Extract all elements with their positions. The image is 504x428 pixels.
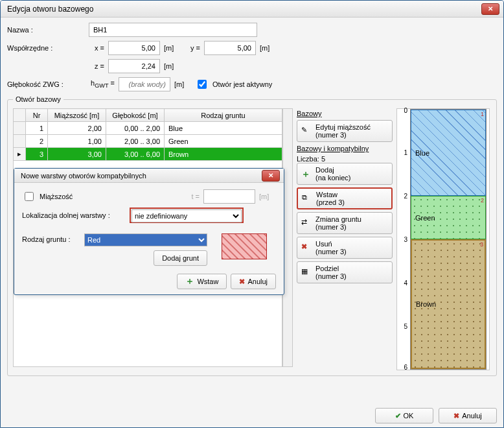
split-icon: ▦ [301,267,312,278]
sub-insert-button[interactable]: ＋Wstaw [177,274,227,289]
active-label: Otwór jest aktywny [212,80,272,88]
soil-swatch [222,233,267,259]
col-depth: Głębokość [m] [106,109,165,122]
subdialog-title: Nowe warstwy otworów kompatybilnych [21,172,262,180]
y-label: y = [185,44,200,52]
active-checkbox[interactable] [198,80,207,89]
x-unit: [m] [164,44,181,52]
col-soil: Rodzaj gruntu [165,109,282,122]
zwg-label: Głębokość ZWG : [7,80,85,88]
section-bazkomp: Bazowy i kompatybilny [297,145,393,152]
chart-layer-blue: 1 Blue [411,110,486,196]
z-label: z = [89,62,104,70]
coord-label: Współrzędne : [7,44,85,52]
x-input[interactable] [108,41,160,55]
split-button[interactable]: ▦ Podziel(numer 3) [297,261,393,283]
edit-thickness-button[interactable]: ✎ Edytuj miąższość(numer 3) [297,120,393,142]
chart-layer-brown: 3 Brown [411,239,486,369]
remove-button[interactable]: ✖ Usuń(numer 3) [297,237,393,259]
plus-icon: ＋ [185,276,194,287]
col-nr: Nr [26,109,48,122]
titlebar: Edycja otworu bazowego ✕ [1,1,503,18]
table-row[interactable]: 2 1,00 2,00 .. 3,00 Green [14,135,282,148]
add-soil-button[interactable]: Dodaj grunt [154,250,207,266]
hgwt-input [119,77,170,91]
edit-icon: ✎ [301,126,312,136]
hgwt-unit: [m] [174,80,191,88]
cross-icon: ✖ [239,278,245,286]
soil-label: Rodzaj gruntu : [22,233,80,243]
close-icon[interactable]: ✕ [481,3,499,15]
ok-button[interactable]: ✔OK [375,408,433,423]
plus-icon: ＋ [301,169,312,179]
change-soil-button[interactable]: ⇄ Zmiana gruntu(numer 3) [297,212,393,234]
table-row[interactable]: 1 2,00 0,00 .. 2,00 Blue [14,122,282,135]
insert-button[interactable]: ⧉ Wstaw(przed 3) [297,187,393,209]
x-label: x = [89,44,104,52]
cancel-button[interactable]: ✖Anuluj [439,408,497,423]
sub-cancel-button[interactable]: ✖Anuluj [231,274,276,289]
location-label: Lokalizacja dolnej warstwy : [22,211,126,219]
t-unit: [m] [259,193,276,200]
cross-icon: ✖ [453,412,459,420]
swap-icon: ⇄ [301,218,312,228]
y-input[interactable] [204,41,256,55]
check-icon: ✔ [395,412,401,420]
hgwt-label: hGWT = [89,79,115,89]
add-button[interactable]: ＋ Dodaj(na koniec) [297,163,393,185]
layers-table[interactable]: Nr Miąższość [m] Głębokość [m] Rodzaj gr… [13,108,282,161]
t-input [203,189,255,204]
window-title: Edycja otworu bazowego [7,5,481,14]
z-unit: [m] [164,62,181,70]
table-row-selected[interactable]: ▸ 3 3,00 3,00 .. 6,00 Brown [14,148,282,161]
dialog-window: Edycja otworu bazowego ✕ Nazwa : Współrz… [0,0,504,428]
y-unit: [m] [260,44,277,52]
subdialog: Nowe warstwy otworów kompatybilnych ✕ Mi… [14,168,284,295]
location-select[interactable]: nie zdefiniowany [132,209,242,222]
z-input[interactable] [108,59,160,73]
name-input[interactable] [89,23,257,37]
soil-select[interactable]: Red [84,233,207,246]
subdialog-close-icon[interactable]: ✕ [262,170,280,182]
group-title: Otwór bazowy [13,95,63,103]
profile-chart: 0 1 2 3 4 5 6 1 Blue [396,108,490,370]
t-label: t = [191,193,200,200]
insert-icon: ⧉ [302,193,312,204]
name-label: Nazwa : [7,26,85,34]
delete-icon: ✖ [301,243,312,253]
thickness-checkbox[interactable] [25,192,34,201]
thickness-label: Miąższość [40,193,73,200]
col-thickness: Miąższość [m] [48,109,106,122]
chart-layer-green: 2 Green [411,196,486,239]
section-bazowy: Bazowy [297,110,393,117]
chart-axis: 0 1 2 3 4 5 6 [397,109,409,370]
count-label: Liczba: 5 [297,155,325,163]
